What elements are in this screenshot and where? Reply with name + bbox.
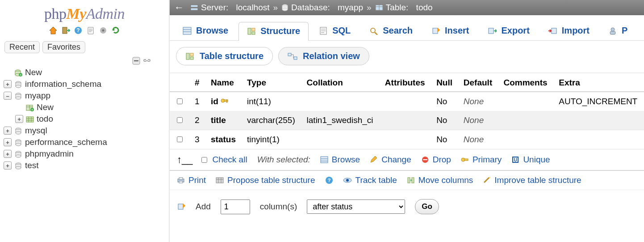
add-count-input[interactable] bbox=[221, 200, 250, 214]
svg-rect-0 bbox=[63, 27, 67, 34]
database-icon bbox=[14, 162, 22, 169]
select-arrow-icon: ↑__ bbox=[177, 154, 192, 166]
svg-text:+: + bbox=[31, 108, 33, 111]
action-browse[interactable]: Browse bbox=[320, 155, 360, 165]
structure-icon bbox=[247, 27, 256, 35]
tool-track[interactable]: Track table bbox=[343, 175, 397, 185]
docs-icon[interactable]: ? bbox=[74, 26, 83, 35]
tree-db-test[interactable]: + test bbox=[4, 160, 166, 171]
svg-rect-68 bbox=[610, 31, 615, 34]
tree-db-performance_schema[interactable]: + performance_schema bbox=[4, 136, 166, 148]
svg-line-63 bbox=[375, 32, 377, 35]
breadcrumb-database[interactable]: Database: myapp bbox=[281, 3, 363, 13]
tool-propose[interactable]: Propose table structure bbox=[216, 175, 315, 185]
database-icon bbox=[281, 4, 289, 11]
tab-insert[interactable]: Insert bbox=[423, 21, 477, 40]
action-drop[interactable]: Drop bbox=[421, 155, 451, 165]
tree-new-database[interactable]: + New bbox=[4, 67, 166, 78]
tab-search[interactable]: Search bbox=[361, 21, 421, 40]
add-label: Add bbox=[196, 202, 211, 212]
tab-browse[interactable]: Browse bbox=[174, 21, 237, 40]
th-collation: Collation bbox=[301, 73, 380, 92]
tool-print[interactable]: Print bbox=[177, 175, 206, 185]
collapse-all-icon[interactable] bbox=[132, 57, 140, 65]
svg-point-67 bbox=[611, 28, 615, 31]
action-unique[interactable]: U Unique bbox=[511, 155, 550, 165]
svg-rect-57 bbox=[252, 32, 255, 34]
tab-export[interactable]: Export bbox=[479, 21, 538, 40]
primary-key-icon bbox=[221, 97, 229, 104]
subtab-table-structure[interactable]: Table structure bbox=[176, 47, 273, 65]
tab-more[interactable]: P bbox=[600, 21, 636, 40]
breadcrumb-server[interactable]: Server: localhost bbox=[190, 3, 270, 13]
print-icon bbox=[177, 177, 185, 184]
svg-rect-45 bbox=[191, 8, 198, 10]
tree-new-table[interactable]: + New bbox=[15, 102, 166, 113]
help-icon[interactable]: ? bbox=[325, 176, 333, 184]
svg-rect-56 bbox=[252, 28, 255, 31]
wand-icon bbox=[483, 177, 491, 184]
database-tree: + New + information_schema – myapp bbox=[3, 67, 166, 171]
settings-icon[interactable] bbox=[99, 26, 108, 35]
tab-import[interactable]: Import bbox=[540, 21, 598, 40]
export-icon bbox=[488, 27, 497, 35]
tree-label: todo bbox=[37, 114, 53, 124]
th-attributes: Attributes bbox=[380, 73, 431, 92]
expand-icon[interactable]: + bbox=[15, 115, 23, 123]
tool-move-columns[interactable]: Move columns bbox=[407, 175, 473, 185]
recent-tab[interactable]: Recent bbox=[4, 41, 40, 53]
expand-icon[interactable]: + bbox=[4, 80, 12, 88]
expand-icon[interactable]: + bbox=[4, 138, 12, 146]
tab-sql[interactable]: SQL bbox=[310, 21, 359, 40]
row-checkbox[interactable] bbox=[177, 117, 183, 123]
move-icon bbox=[407, 177, 415, 184]
action-primary[interactable]: Primary bbox=[461, 155, 502, 165]
add-unit-label: column(s) bbox=[260, 202, 297, 212]
action-change[interactable]: Change bbox=[370, 155, 411, 165]
tree-db-myapp[interactable]: – myapp bbox=[4, 90, 166, 102]
tree-db-mysql[interactable]: + mysql bbox=[4, 125, 166, 136]
reload-icon[interactable] bbox=[111, 26, 120, 35]
home-icon[interactable] bbox=[49, 26, 58, 35]
tree-db-information_schema[interactable]: + information_schema bbox=[4, 78, 166, 90]
new-table-icon: + bbox=[26, 104, 34, 111]
structure-icon bbox=[185, 52, 194, 60]
svg-text:?: ? bbox=[327, 178, 330, 183]
tree-db-phpmyadmin[interactable]: + phpmyadmin bbox=[4, 148, 166, 160]
svg-point-48 bbox=[282, 8, 288, 11]
favorites-tab[interactable]: Favorites bbox=[42, 41, 85, 53]
svg-rect-77 bbox=[321, 157, 328, 163]
svg-point-62 bbox=[371, 28, 375, 33]
check-all-checkbox[interactable] bbox=[201, 157, 207, 163]
link-icon[interactable] bbox=[143, 57, 151, 65]
add-position-select[interactable]: after status bbox=[307, 200, 405, 214]
sql-icon[interactable] bbox=[86, 26, 95, 35]
columns-table: # Name Type Collation Attributes Null De… bbox=[170, 73, 644, 149]
svg-rect-89 bbox=[216, 178, 223, 183]
check-all-link[interactable]: Check all bbox=[212, 155, 247, 165]
svg-rect-87 bbox=[179, 178, 183, 179]
top-tabs: Browse Structure SQL Search bbox=[170, 15, 644, 41]
collapse-icon[interactable]: – bbox=[4, 92, 12, 100]
svg-rect-44 bbox=[191, 5, 198, 7]
row-checkbox[interactable] bbox=[177, 98, 183, 104]
row-checkbox[interactable] bbox=[177, 136, 183, 142]
subtab-relation-view[interactable]: Relation view bbox=[278, 47, 369, 65]
expand-icon[interactable]: + bbox=[4, 127, 12, 135]
tool-improve[interactable]: Improve table structure bbox=[483, 175, 581, 185]
tree-table-todo[interactable]: + todo bbox=[15, 113, 166, 125]
th-null: Null bbox=[431, 73, 458, 92]
add-go-button[interactable]: Go bbox=[415, 199, 439, 214]
sql-icon bbox=[319, 27, 328, 35]
logout-icon[interactable] bbox=[61, 26, 70, 35]
expand-icon[interactable]: + bbox=[4, 150, 12, 158]
tab-structure[interactable]: Structure bbox=[238, 22, 309, 41]
expand-icon[interactable]: + bbox=[4, 161, 12, 170]
back-arrow-icon[interactable]: ← bbox=[174, 2, 187, 13]
svg-point-37 bbox=[16, 143, 21, 146]
svg-point-43 bbox=[16, 166, 21, 169]
relation-icon bbox=[288, 52, 297, 60]
browse-icon bbox=[320, 156, 328, 163]
phpmyadmin-logo: phpMyAdmin bbox=[3, 4, 166, 23]
breadcrumb-table[interactable]: Table: todo bbox=[375, 3, 433, 13]
